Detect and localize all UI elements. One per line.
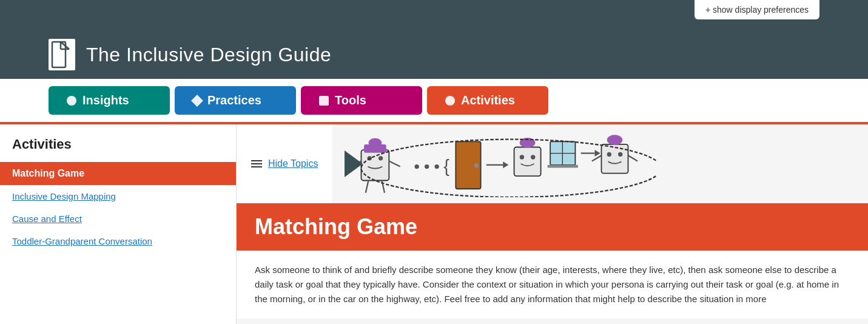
content-body: Ask someone to think of and briefly desc…: [237, 251, 868, 319]
illustration-area: {: [332, 124, 668, 203]
matching-game-illustration: {: [345, 130, 656, 197]
site-title: The Inclusive Design Guide: [86, 44, 331, 66]
svg-point-34: [618, 152, 622, 157]
tab-insights[interactable]: Insights: [49, 86, 170, 115]
sidebar-title: Activities: [0, 137, 236, 162]
sidebar-item-inclusive-design-mapping[interactable]: Inclusive Design Mapping: [0, 185, 236, 208]
svg-rect-31: [602, 144, 628, 174]
content-area: Hide Topics: [237, 124, 868, 324]
site-header: The Inclusive Design Guide: [0, 30, 868, 79]
svg-point-33: [607, 152, 611, 157]
svg-point-8: [378, 156, 383, 160]
svg-marker-20: [503, 161, 509, 168]
sidebar-item-matching-game[interactable]: Matching Game: [0, 162, 236, 185]
hide-topics-button[interactable]: Hide Topics: [237, 150, 332, 178]
svg-line-10: [389, 161, 400, 166]
svg-point-18: [474, 163, 479, 167]
site-logo: [49, 39, 75, 70]
practices-icon: [191, 95, 203, 107]
svg-point-32: [607, 135, 623, 144]
svg-rect-0: [52, 42, 66, 67]
svg-point-13: [415, 164, 419, 169]
tab-practices-label: Practices: [207, 93, 261, 107]
body-text: Ask someone to think of and briefly desc…: [255, 263, 850, 306]
main-content: Activities Matching Game Inclusive Desig…: [0, 122, 868, 324]
activities-icon: [445, 96, 455, 106]
svg-rect-21: [514, 147, 541, 177]
svg-point-24: [531, 155, 536, 159]
svg-point-15: [435, 164, 439, 169]
hamburger-icon: [251, 160, 262, 167]
show-prefs-button[interactable]: + show display preferences: [695, 0, 819, 19]
sidebar: Activities Matching Game Inclusive Desig…: [0, 124, 237, 324]
svg-line-35: [592, 155, 602, 161]
tab-practices[interactable]: Practices: [175, 86, 296, 115]
svg-text:{: {: [444, 156, 450, 176]
top-bar: + show display preferences: [0, 0, 868, 30]
insights-icon: [67, 96, 76, 106]
svg-rect-28: [548, 165, 578, 168]
page-title: Matching Game: [255, 214, 850, 240]
arrow-right-icon: [345, 150, 363, 177]
tab-insights-label: Insights: [82, 93, 129, 107]
svg-point-14: [425, 164, 429, 169]
nav-tabs: Insights Practices Tools Activities: [0, 79, 868, 122]
tab-tools-label: Tools: [335, 93, 366, 107]
tab-tools[interactable]: Tools: [301, 86, 422, 115]
svg-point-23: [520, 155, 524, 159]
tab-activities-label: Activities: [461, 93, 515, 107]
hide-topics-label: Hide Topics: [268, 158, 318, 169]
svg-line-36: [628, 155, 638, 161]
svg-point-6: [369, 138, 382, 147]
content-heading: Matching Game: [237, 203, 868, 251]
tools-icon: [319, 96, 329, 106]
tab-activities[interactable]: Activities: [427, 86, 548, 115]
sidebar-item-toddler-grandparent[interactable]: Toddler-Grandparent Conversation: [0, 230, 236, 252]
svg-marker-30: [595, 150, 601, 157]
svg-line-11: [366, 180, 369, 192]
sidebar-item-cause-and-effect[interactable]: Cause and Effect: [0, 208, 236, 230]
